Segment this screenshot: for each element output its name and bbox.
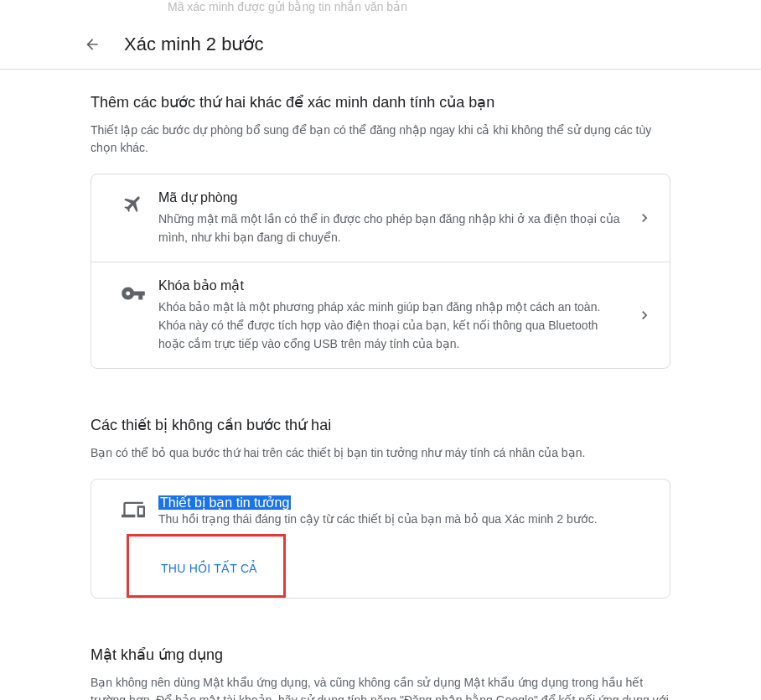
card-security-key[interactable]: Khóa bảo mật Khóa bảo mật là một phương … [91, 262, 670, 368]
section-app-passwords: Mật khẩu ứng dụng Bạn không nên dùng Mật… [91, 646, 670, 700]
highlight-box: THU HỒI TẤT CẢ [127, 534, 286, 598]
card-trusted-devices: Thiết bị bạn tin tưởng Thu hồi trạng thá… [91, 479, 670, 599]
card-desc-trusted: Thu hồi trạng thái đáng tin cậy từ các t… [158, 511, 653, 529]
section-title-trusted: Các thiết bị không cần bước thứ hai [91, 416, 670, 434]
card-desc-security-key: Khóa bảo mật là một phương pháp xác minh… [158, 298, 626, 353]
chevron-right-icon [626, 307, 653, 324]
section-desc-app-passwords: Bạn không nên dùng Mật khẩu ứng dụng, và… [91, 674, 670, 700]
airplane-icon [108, 189, 158, 215]
key-icon [108, 277, 158, 306]
section-desc-add-steps: Thiết lập các bước dự phòng bổ sung để b… [91, 122, 670, 157]
section-desc-trusted: Bạn có thể bỏ qua bước thứ hai trên các … [91, 444, 670, 462]
card-desc-backup-codes: Những mật mã một lần có thể in được cho … [158, 210, 626, 246]
card-title-security-key: Khóa bảo mật [158, 277, 626, 293]
page-header: Xác minh 2 bước [0, 23, 761, 70]
card-title-trusted: Thiết bị bạn tin tưởng [158, 495, 291, 510]
chevron-right-icon [626, 210, 653, 226]
card-title-backup-codes: Mã dự phòng [158, 189, 626, 205]
card-group-add-steps: Mã dự phòng Những mật mã một lần có thể … [91, 174, 670, 369]
section-add-steps: Thêm các bước thứ hai khác để xác minh d… [91, 93, 670, 369]
truncated-prior-text: Mã xác minh được gửi bằng tin nhắn văn b… [0, 0, 761, 23]
arrow-back-icon [84, 36, 101, 53]
card-backup-codes[interactable]: Mã dự phòng Những mật mã một lần có thể … [91, 174, 670, 262]
revoke-all-button[interactable]: THU HỒI TẤT CẢ [161, 540, 283, 595]
back-button[interactable] [84, 36, 101, 53]
devices-icon [108, 495, 158, 521]
page-title: Xác minh 2 bước [124, 34, 263, 55]
section-trusted-devices: Các thiết bị không cần bước thứ hai Bạn … [91, 416, 670, 599]
section-title-app-passwords: Mật khẩu ứng dụng [91, 646, 670, 664]
section-title-add-steps: Thêm các bước thứ hai khác để xác minh d… [91, 93, 670, 111]
